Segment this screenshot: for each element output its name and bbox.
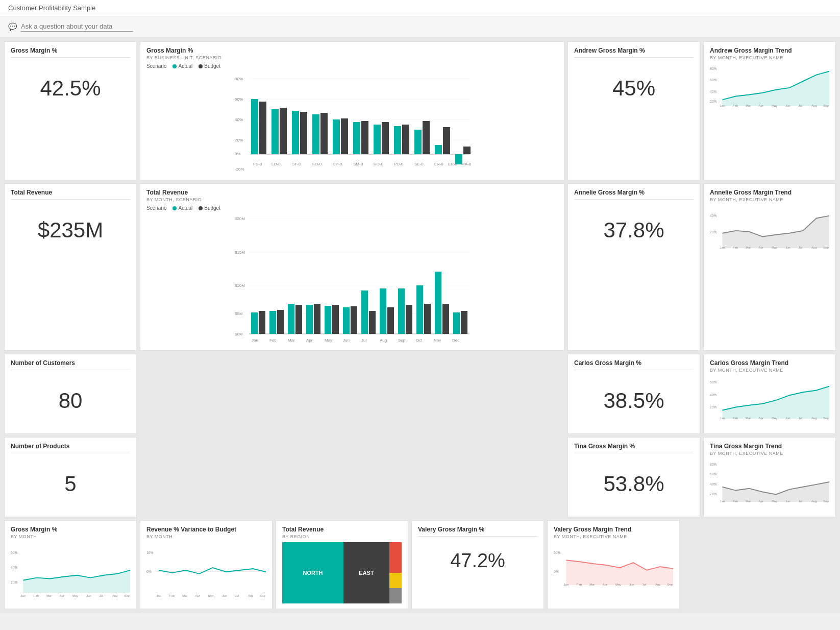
svg-text:Aug: Aug: [655, 583, 660, 586]
svg-text:Jul: Jul: [100, 594, 103, 597]
svg-text:Sep: Sep: [823, 246, 828, 249]
gm-month-chart: 60% 40% 20% Jan Feb Mar Apr May Jun Jul …: [11, 542, 130, 598]
treemap-yellow: [389, 573, 402, 588]
rev-variance-title: Revenue % Variance to Budget: [146, 526, 266, 533]
valery-trend-title: Valery Gross Margin Trend: [554, 526, 673, 533]
svg-rect-23: [374, 125, 381, 154]
svg-rect-81: [351, 306, 357, 334]
svg-text:Apr: Apr: [306, 338, 313, 343]
svg-text:-20%: -20%: [235, 167, 244, 172]
rev-variance-card: Revenue % Variance to Budget BY MONTH 10…: [140, 520, 273, 609]
svg-text:80%: 80%: [710, 67, 717, 70]
row-3: Number of Customers 80 Carlos Gross Marg…: [4, 354, 836, 434]
svg-text:40%: 40%: [710, 90, 717, 93]
svg-text:Jan: Jan: [564, 583, 569, 586]
svg-text:May: May: [72, 594, 78, 597]
gross-margin-pct-title: Gross Margin %: [11, 47, 130, 54]
svg-rect-11: [251, 99, 258, 154]
svg-rect-12: [259, 102, 266, 154]
gm-bu-legend: Scenario Actual Budget: [146, 63, 558, 69]
svg-text:Sep: Sep: [398, 338, 406, 343]
svg-text:20%: 20%: [11, 580, 18, 584]
svg-text:Nov: Nov: [434, 338, 441, 343]
svg-text:Feb: Feb: [733, 500, 738, 503]
andrew-trend-card: Andrew Gross Margin Trend BY MONTH, EXEC…: [703, 41, 836, 180]
svg-text:FS-0: FS-0: [253, 162, 262, 166]
svg-rect-13: [271, 109, 279, 154]
svg-text:Jan: Jan: [720, 500, 725, 503]
andrew-trend-chart: 80% 60% 40% 20% Jan Feb Mar Apr May Jun …: [710, 63, 829, 109]
svg-rect-85: [387, 307, 394, 334]
svg-text:Jul: Jul: [799, 246, 802, 249]
svg-rect-15: [292, 111, 299, 154]
svg-text:Feb: Feb: [733, 104, 738, 107]
svg-rect-24: [382, 122, 389, 154]
rev-variance-subtitle: BY MONTH: [146, 534, 266, 539]
svg-rect-33: [463, 147, 471, 154]
svg-text:Sep: Sep: [823, 104, 828, 107]
svg-text:20%: 20%: [710, 492, 717, 496]
num-products-value: 5: [11, 456, 130, 512]
svg-text:ST-0: ST-0: [292, 162, 301, 166]
tall-chart-spacer: [140, 354, 564, 434]
gross-margin-pct-value: 42.5%: [11, 61, 130, 116]
carlos-gm-value: 38.5%: [574, 373, 694, 428]
svg-rect-18: [320, 113, 328, 154]
total-revenue-value: $235M: [11, 203, 130, 258]
svg-text:Mar: Mar: [746, 500, 751, 503]
svg-text:May: May: [208, 594, 214, 597]
svg-text:60%: 60%: [710, 380, 717, 384]
svg-text:Jun: Jun: [785, 417, 790, 420]
rev-variance-chart: 10% 0% Jan Feb Mar Apr May Jun Jul Aug S…: [146, 542, 266, 598]
scenario-label: Scenario: [146, 63, 166, 69]
budget-legend: Budget: [199, 63, 220, 69]
svg-text:40%: 40%: [710, 393, 717, 397]
budget-dot: [199, 64, 203, 68]
svg-text:Jul: Jul: [361, 338, 366, 343]
annelie-trend-subtitle: BY MONTH, EXECUTIVE NAME: [710, 197, 829, 202]
svg-rect-88: [416, 285, 423, 334]
row-5: Gross Margin % BY MONTH 60% 40% 20% Jan …: [4, 520, 836, 609]
tina-trend-chart: 80% 60% 40% 20% Jan Feb Mar Apr May Jun …: [710, 459, 829, 505]
total-rev-legend: Scenario Actual Budget: [146, 205, 558, 211]
svg-text:Feb: Feb: [577, 583, 582, 586]
svg-text:60%: 60%: [710, 78, 717, 82]
scenario-label2: Scenario: [146, 205, 166, 211]
svg-text:ER-0: ER-0: [448, 162, 458, 166]
svg-text:Sep: Sep: [124, 594, 129, 597]
budget-label2: Budget: [204, 205, 220, 211]
svg-text:Aug: Aug: [811, 500, 817, 503]
svg-rect-80: [343, 307, 350, 334]
svg-rect-77: [314, 304, 320, 334]
svg-text:Jun: Jun: [222, 594, 227, 597]
svg-marker-50: [722, 71, 829, 106]
total-rev-month-subtitle: BY MONTH, SCENARIO: [146, 197, 558, 202]
tina-trend-title: Tina Gross Margin Trend: [710, 443, 829, 450]
svg-rect-79: [332, 305, 339, 334]
svg-text:Mar: Mar: [746, 104, 751, 107]
svg-text:May: May: [772, 500, 777, 503]
svg-text:Jul: Jul: [235, 594, 239, 597]
carlos-trend-subtitle: BY MONTH, EXECUTIVE NAME: [710, 368, 829, 373]
actual-legend2: Actual: [172, 205, 192, 211]
total-revenue-title: Total Revenue: [11, 189, 130, 196]
svg-text:Jun: Jun: [86, 594, 91, 597]
svg-text:Mar: Mar: [589, 583, 595, 586]
svg-rect-89: [424, 304, 431, 334]
svg-rect-19: [333, 119, 340, 154]
svg-text:Apr: Apr: [60, 594, 64, 597]
svg-rect-82: [361, 290, 368, 334]
svg-text:Jun: Jun: [785, 246, 790, 249]
num-customers-card: Number of Customers 80: [4, 354, 137, 434]
app-title: Customer Profitability Sample: [8, 4, 95, 12]
num-customers-title: Number of Customers: [11, 359, 130, 367]
treemap: NORTH EAST: [282, 542, 402, 603]
svg-text:0%: 0%: [554, 570, 559, 573]
annelie-gm-card: Annelie Gross Margin % 37.8%: [567, 183, 700, 351]
svg-text:Mar: Mar: [746, 417, 751, 420]
actual-label: Actual: [178, 63, 192, 69]
andrew-gm-value: 45%: [574, 61, 694, 116]
num-products-card: Number of Products 5: [4, 437, 137, 517]
qa-input[interactable]: [21, 21, 133, 32]
svg-text:Sep: Sep: [667, 583, 672, 586]
